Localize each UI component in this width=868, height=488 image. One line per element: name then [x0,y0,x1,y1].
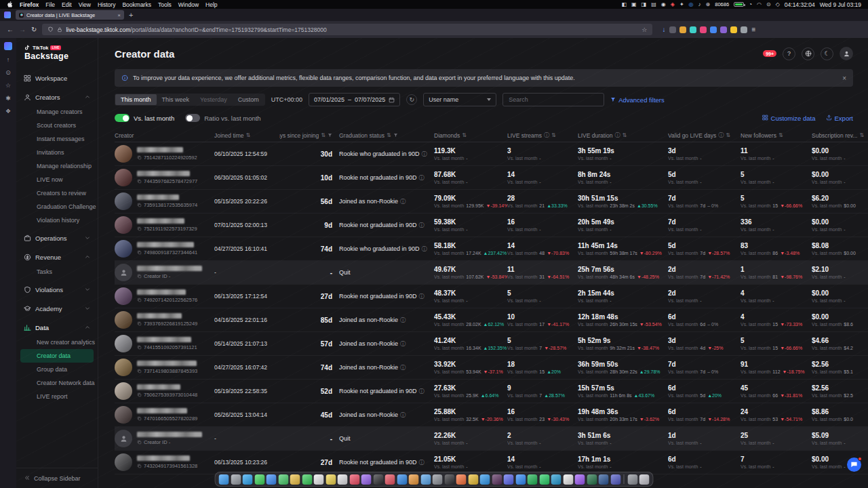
dock-teams-icon[interactable] [610,474,620,485]
dock-chrome-icon[interactable] [468,474,478,485]
language-icon[interactable]: ◔ [749,2,752,7]
creator-avatar[interactable] [115,335,132,352]
copy-icon[interactable] [137,369,142,373]
sidebar-item-instant-messages[interactable]: Instant messages [16,132,98,146]
sidebar-item-scout-creators[interactable]: Scout creators [16,119,98,132]
dock-messages-icon[interactable] [254,474,264,485]
dock-spotify-icon[interactable] [528,474,538,485]
copy-icon[interactable] [137,440,142,445]
language-button[interactable] [802,47,814,60]
column-header-joined-time[interactable]: Joined time⇅ [214,132,279,139]
extensions-icon[interactable]: ✱ [5,96,11,102]
firefox-view-icon[interactable] [4,12,11,18]
dock-whatsapp-icon[interactable] [539,474,549,485]
dock-tv-icon[interactable] [373,474,383,485]
table-row[interactable]: 744155109205739112105/14/2025 21:07:1357… [115,332,868,356]
extension-icon-7[interactable] [730,26,737,33]
extension-icon-6[interactable] [720,26,727,33]
dock-vscode-icon[interactable] [480,474,490,485]
copy-icon[interactable] [137,464,142,468]
search-input[interactable] [502,93,604,106]
tab-yesterday[interactable]: Yesterday [195,94,233,105]
dock-books-icon[interactable] [409,474,419,485]
creator-avatar[interactable] [115,382,132,400]
tab-this-week[interactable]: This week [157,94,195,105]
creator-name-masked[interactable] [137,455,190,461]
user-name-select[interactable]: User name [423,93,496,106]
copy-icon[interactable] [137,226,142,231]
table-row[interactable]: 744359768257847297706/30/2025 01:05:0210… [115,166,868,190]
sidebar-item-violations[interactable]: Violations [16,281,98,298]
info-icon[interactable]: ⓘ [400,198,406,205]
extension-icon-2[interactable] [679,26,686,33]
copy-icon[interactable] [137,203,142,207]
creator-name-masked[interactable] [137,171,190,176]
support-chat-button[interactable] [847,458,861,472]
keyboard-icon[interactable]: ▤ [651,2,656,7]
sidebar-item-creator-data[interactable]: Creator data [20,349,94,363]
url-bar[interactable]: live-backstage.tiktok.com/portal/data/da… [42,24,652,35]
column-header-days-since-joining[interactable]: Days since joining⇅ [279,132,339,139]
table-row[interactable]: 737141980388784539304/27/2025 16:07:4274… [115,356,868,380]
menu-file[interactable]: File [45,1,55,8]
table-row[interactable]: 751428711022492059206/10/2025 12:54:5930… [115,142,868,166]
column-header-valid-go-live-days[interactable]: Valid go LIVE daysⓘ⇅ [668,131,741,139]
copy-icon[interactable] [137,321,142,326]
timezone-label[interactable]: UTC+00:00 [271,96,302,103]
sort-icon[interactable]: ⇅ [726,132,730,138]
info-icon[interactable]: ⓘ [615,131,620,139]
sync-icon[interactable]: ↑ [7,57,10,63]
creator-name-masked[interactable] [137,218,184,224]
control-center-icon[interactable]: ◇ [776,2,780,7]
dock-photos-icon[interactable] [290,474,300,485]
sort-icon[interactable]: ⇅ [859,132,864,138]
dock-terminal-icon[interactable] [444,474,454,485]
menu-edit[interactable]: Edit [62,1,72,8]
column-header-subscription-rev[interactable]: Subscription rev...⇅ [812,132,868,139]
wifi-icon[interactable]: ◠ [757,2,762,7]
banner-close-icon[interactable]: × [842,75,846,82]
sidebar-item-creators[interactable]: Creators [16,89,98,105]
creator-avatar[interactable] [115,453,132,471]
dark-mode-button[interactable]: ☾ [821,47,833,60]
creator-avatar[interactable] [115,169,132,186]
vs-last-month-toggle[interactable]: Vs. last month [115,114,174,122]
dock-zoom-icon[interactable] [515,474,526,485]
sidebar-item-graduation-challenge[interactable]: Graduation Challenge [16,200,98,214]
dock-notes-icon[interactable] [326,474,336,485]
back-button[interactable]: ← [7,26,14,33]
sidebar-item-live-report[interactable]: LIVE report [16,390,98,403]
display-icon[interactable]: ◧ [621,2,627,7]
menu-help[interactable]: Help [205,1,217,8]
extension-icon-4[interactable] [700,26,707,33]
creator-name-masked[interactable] [137,337,191,342]
sidebar-item-revenue[interactable]: Revenue [16,249,98,265]
copy-icon[interactable] [137,250,142,255]
sidebar-item-new-creator-analytics[interactable]: New creator analytics [16,336,98,349]
dock-facetime-icon[interactable] [302,474,312,485]
table-row[interactable]: 750627539397301044805/19/2025 22:58:3552… [115,380,868,403]
spotlight-icon[interactable]: ⊙ [766,2,771,7]
sort-icon[interactable]: ⇅ [778,132,783,138]
screen-record-icon[interactable]: ◉ [661,2,666,7]
creator-avatar[interactable] [115,264,132,281]
history-icon[interactable]: ⊙ [5,70,11,76]
help-button[interactable]: ? [783,47,795,60]
sort-icon[interactable]: ⇅ [245,132,250,138]
extension-icon-5[interactable] [710,26,717,33]
music-icon[interactable]: ♪ [698,2,701,7]
creator-name-masked[interactable] [137,361,197,366]
creator-name-masked[interactable] [137,313,182,319]
menu-bookmarks[interactable]: Bookmarks [122,1,151,8]
reload-button[interactable]: ↻ [31,26,37,33]
creator-avatar[interactable] [115,430,132,447]
table-row[interactable]: 749800918732734464104/27/2025 16:10:4174… [115,237,868,261]
copy-icon[interactable] [137,392,142,397]
dock-notion-icon[interactable] [563,474,573,485]
column-header-live-streams[interactable]: LIVE streamsⓘ⇅ [507,131,578,139]
creator-name-masked[interactable] [137,147,183,152]
table-row[interactable]: 735913817253563597405/15/2025 20:22:2656… [115,190,868,214]
toggle-on-icon[interactable] [115,114,130,122]
creator-avatar[interactable] [115,287,132,305]
creator-name-masked[interactable] [137,384,180,390]
